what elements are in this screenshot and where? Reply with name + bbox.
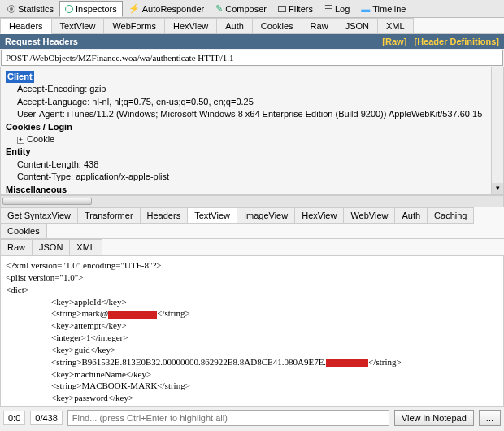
find-input[interactable]	[67, 410, 389, 426]
misc-group: Miscellaneous	[6, 184, 498, 195]
more-button[interactable]: ...	[479, 410, 501, 426]
resp-tab-imageview[interactable]: ImageView	[237, 207, 295, 224]
content-type: Content-Type: application/x-apple-plist	[6, 171, 498, 183]
autoresponder-tab[interactable]: ⚡AutoResponder	[123, 1, 210, 17]
redacted-email	[108, 311, 157, 319]
horizontal-scrollbar[interactable]	[0, 195, 504, 207]
vertical-scrollbar[interactable]: ▾	[491, 67, 503, 194]
response-tab-strip: Get SyntaxView Transformer Headers TextV…	[0, 207, 504, 239]
view-in-notepad-button[interactable]: View in Notepad	[394, 410, 474, 426]
response-text-view[interactable]: <?xml version="1.0" encoding="UTF-8"?> <…	[0, 255, 504, 407]
req-tab-textview[interactable]: TextView	[51, 18, 105, 33]
req-tab-auth[interactable]: Auth	[216, 18, 253, 33]
main-toolbar: Statistics Inspectors ⚡AutoResponder ✎Co…	[0, 0, 504, 18]
composer-tab[interactable]: ✎Composer	[210, 1, 272, 17]
redacted-guid	[326, 359, 368, 367]
user-agent: User-Agent: iTunes/11.2 (Windows; Micros…	[6, 108, 498, 120]
resp-tab-hexview[interactable]: HexView	[294, 207, 344, 224]
entity-group: Entity	[6, 146, 498, 158]
request-line: POST /WebObjects/MZFinance.woa/wa/authen…	[1, 50, 503, 66]
resp-tab-auth[interactable]: Auth	[394, 207, 428, 224]
log-icon: ☰	[324, 3, 332, 14]
status-bar: 0:0 0/438 View in Notepad ...	[0, 407, 504, 428]
accept-language: Accept-Language: nl-nl, nl;q=0.75, en-us…	[6, 96, 498, 108]
filters-tab[interactable]: Filters	[272, 1, 319, 17]
timeline-icon: ▬	[361, 4, 370, 14]
req-tab-json[interactable]: JSON	[337, 18, 378, 33]
request-tab-strip: Headers TextView WebForms HexView Auth C…	[0, 18, 504, 34]
resp-tab-xml[interactable]: XML	[69, 239, 102, 255]
req-tab-xml[interactable]: XML	[377, 18, 414, 33]
resp-tab-syntax[interactable]: Get SyntaxView	[0, 207, 78, 224]
header-definitions-link[interactable]: [Header Definitions]	[414, 37, 499, 46]
request-headers-box: Client Accept-Encoding: gzip Accept-Lang…	[0, 67, 504, 195]
log-tab[interactable]: ☰Log	[319, 1, 355, 17]
inspectors-tab[interactable]: Inspectors	[59, 1, 123, 17]
req-tab-cookies[interactable]: Cookies	[252, 18, 302, 33]
req-tab-webforms[interactable]: WebForms	[103, 18, 165, 33]
resp-tab-cookies[interactable]: Cookies	[0, 223, 47, 239]
accept-encoding: Accept-Encoding: gzip	[6, 83, 498, 95]
cursor-position: 0:0	[3, 411, 25, 425]
cookie-node[interactable]: +Cookie	[6, 133, 498, 146]
expand-icon[interactable]: +	[17, 137, 24, 144]
resp-tab-transformer[interactable]: Transformer	[77, 207, 141, 224]
resp-tab-textview[interactable]: TextView	[187, 207, 237, 224]
resp-tab-webview[interactable]: WebView	[343, 207, 395, 224]
filter-icon	[278, 6, 286, 12]
content-length: Content-Length: 438	[6, 159, 498, 171]
req-tab-headers[interactable]: Headers	[0, 18, 52, 34]
statistics-icon	[7, 5, 15, 13]
resp-tab-caching[interactable]: Caching	[427, 207, 474, 224]
resp-tab-headers[interactable]: Headers	[140, 207, 189, 224]
response-tab-strip-2: Raw JSON XML	[0, 239, 504, 255]
pencil-icon: ✎	[215, 3, 223, 14]
cookies-login-group: Cookies / Login	[6, 121, 498, 133]
resp-tab-raw[interactable]: Raw	[0, 239, 33, 255]
timeline-tab[interactable]: ▬Timeline	[355, 1, 411, 17]
request-headers-title: Request Headers [Raw] [Header Definition…	[0, 34, 504, 49]
lightning-icon: ⚡	[128, 3, 140, 14]
req-tab-raw[interactable]: Raw	[302, 18, 337, 33]
byte-count: 0/438	[30, 411, 63, 425]
raw-link[interactable]: [Raw]	[382, 37, 406, 46]
resp-tab-json[interactable]: JSON	[32, 239, 70, 255]
req-tab-hexview[interactable]: HexView	[164, 18, 217, 33]
client-group: Client	[6, 71, 34, 83]
statistics-tab[interactable]: Statistics	[2, 1, 59, 17]
scroll-down-icon[interactable]: ▾	[492, 183, 503, 194]
inspectors-icon	[65, 5, 73, 13]
